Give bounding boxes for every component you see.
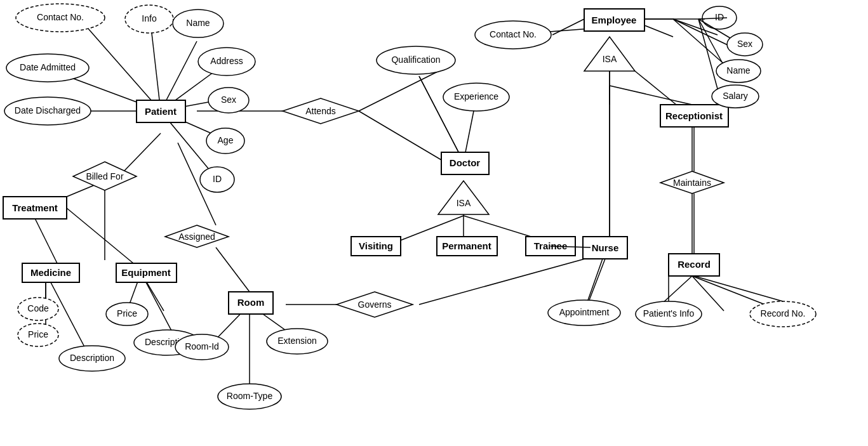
employee-isa-label: ISA: [603, 54, 617, 64]
room-type-label: Room-Type: [227, 391, 273, 401]
record-label: Record: [678, 259, 711, 270]
age-label: Age: [218, 135, 234, 145]
medicine-price-label: Price: [28, 329, 48, 339]
room-id-label: Room-Id: [185, 341, 219, 351]
treatment-label: Treatment: [12, 202, 58, 213]
svg-line-64: [694, 276, 783, 301]
svg-line-59: [552, 19, 584, 35]
svg-line-66: [635, 71, 676, 105]
info-label: Info: [142, 13, 157, 23]
svg-line-65: [589, 259, 605, 300]
equipment-price-label: Price: [117, 308, 137, 318]
emp-sex-label: Sex: [737, 39, 752, 49]
trainee-label: Trainee: [534, 240, 568, 251]
patients-info-label: Patient's Info: [643, 308, 695, 318]
svg-line-19: [124, 133, 161, 171]
svg-line-1: [83, 22, 161, 111]
date-discharged-label: Date Discharged: [15, 105, 81, 115]
visiting-label: Visiting: [359, 240, 393, 251]
doctor-label: Doctor: [450, 157, 480, 168]
svg-line-48: [692, 276, 724, 311]
emp-salary-label: Salary: [723, 91, 748, 101]
attends-label: Attends: [305, 106, 335, 116]
appointment-label: Appointment: [559, 307, 610, 317]
receptionist-label: Receptionist: [665, 110, 723, 121]
patient-id-label: ID: [213, 174, 222, 184]
svg-line-23: [67, 208, 133, 263]
room-extension-label: Extension: [277, 336, 316, 346]
date-admitted-label: Date Admitted: [20, 62, 76, 72]
svg-line-38: [610, 86, 692, 105]
svg-line-31: [216, 247, 250, 292]
employee-label: Employee: [592, 15, 637, 25]
svg-line-0: [150, 22, 161, 111]
medicine-label: Medicine: [30, 267, 71, 278]
experience-label: Experience: [454, 91, 498, 102]
governs-label: Governs: [358, 299, 392, 310]
billed-for-label: Billed For: [86, 171, 123, 181]
sex-label: Sex: [221, 95, 236, 105]
assigned-label: Assigned: [178, 232, 215, 242]
svg-line-11: [359, 111, 444, 162]
equipment-label: Equipment: [121, 267, 171, 278]
medicine-code-label: Code: [27, 303, 49, 313]
permanent-label: Permanent: [442, 240, 491, 251]
svg-line-58: [698, 19, 718, 89]
emp-id-label: ID: [715, 12, 724, 22]
patient-name-label: Name: [186, 18, 210, 28]
emp-name-label: Name: [726, 65, 751, 75]
record-no-label: Record No.: [761, 308, 806, 318]
room-label: Room: [237, 297, 265, 308]
address-label: Address: [210, 56, 243, 66]
medicine-desc-label: Description: [70, 353, 114, 363]
emp-contact-label: Contact No.: [490, 29, 537, 39]
svg-line-36: [419, 254, 603, 305]
patient-label: Patient: [145, 106, 177, 117]
nurse-label: Nurse: [592, 242, 619, 253]
svg-line-12: [359, 70, 441, 111]
doctor-isa-label: ISA: [457, 198, 471, 208]
maintains-label: Maintains: [673, 178, 711, 188]
contact-no-dashed-label: Contact No.: [37, 12, 84, 22]
qualification-label: Qualification: [391, 55, 440, 65]
